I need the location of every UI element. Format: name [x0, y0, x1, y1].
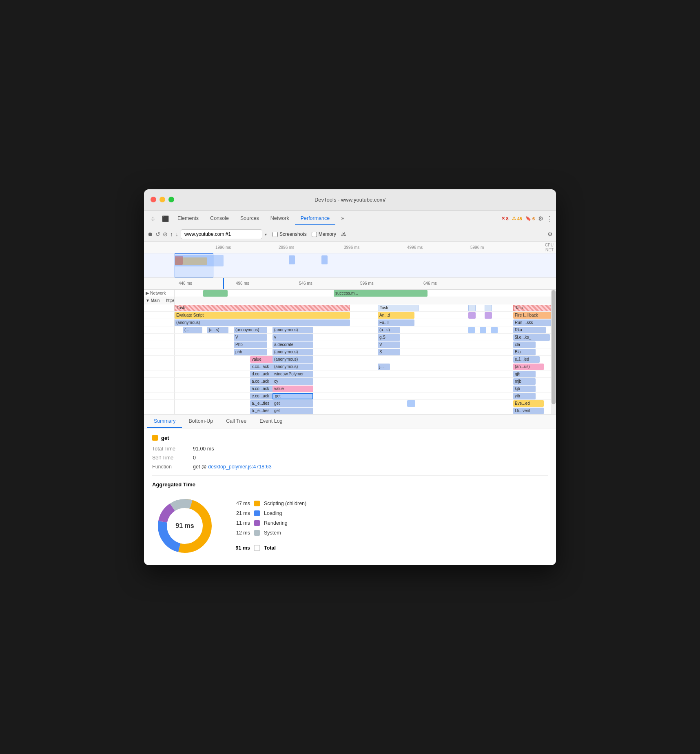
evaluate-bar-1[interactable]: Evaluate Script — [175, 312, 350, 319]
screenshots-checkbox[interactable] — [272, 232, 278, 237]
timeline-overview[interactable] — [144, 253, 556, 278]
deep-bar-12a[interactable]: b._e...ties — [250, 408, 274, 414]
device-icon[interactable]: ⬛ — [159, 213, 171, 224]
task-bar-2[interactable]: Task — [378, 305, 419, 311]
tab-sources[interactable]: Sources — [235, 212, 265, 225]
deep-bar-10c[interactable]: yib — [513, 393, 536, 399]
url-input[interactable] — [181, 229, 262, 239]
deep-bar-7c[interactable]: qjb — [513, 371, 536, 377]
tab-elements[interactable]: Elements — [172, 212, 204, 225]
upload-icon[interactable]: ↑ — [170, 231, 173, 237]
tab-more[interactable]: » — [335, 212, 350, 225]
window-controls[interactable] — [151, 197, 174, 202]
deep-bar-2c[interactable]: g.S — [378, 334, 400, 341]
evaluate-label — [144, 312, 175, 319]
task-bar-3[interactable] — [468, 305, 476, 311]
deep-bar-8b[interactable]: cy — [272, 378, 313, 385]
deep-bar-12c[interactable]: f.fi...vent — [513, 408, 544, 414]
deep-bar-1c[interactable]: (anonymous) — [234, 327, 267, 333]
tab-console[interactable]: Console — [204, 212, 235, 225]
deep-bar-3c[interactable]: V — [378, 342, 400, 348]
deep-bar-3a[interactable]: Phb — [234, 342, 267, 348]
deep-bar-10a[interactable]: e.co...ack — [250, 393, 274, 399]
capture-settings-icon[interactable]: ⚙ — [547, 231, 553, 237]
tab-event-log[interactable]: Event Log — [253, 415, 289, 428]
settings-icon[interactable]: ⚙ — [538, 215, 543, 222]
deep-bar-4c[interactable]: S — [378, 349, 400, 355]
scrollbar-thumb[interactable] — [552, 290, 556, 404]
tab-bottom-up[interactable]: Bottom-Up — [182, 415, 219, 428]
deep-bar-7b[interactable]: window.Polymer — [272, 371, 313, 377]
deep-bar-8a[interactable]: a.co...ack — [250, 378, 274, 385]
deep-bar-11b[interactable]: get — [272, 400, 313, 407]
anon-bar-1[interactable]: (anonymous) — [175, 319, 350, 326]
deep-bar-1a[interactable]: (... — [183, 327, 202, 333]
evaluate-bar-2[interactable]: An...d — [378, 312, 414, 319]
deep-bar-1f[interactable] — [468, 327, 475, 333]
deep-bar-10b-selected[interactable]: get — [272, 393, 313, 399]
deep-bar-6a[interactable]: x.co...ack — [250, 364, 274, 370]
deep-bar-3d[interactable]: xla — [513, 342, 536, 348]
scrubber[interactable]: 446 ms 496 ms 546 ms 596 ms 646 ms — [144, 278, 556, 289]
more-icon[interactable]: ⋮ — [547, 215, 553, 222]
deep-bar-5c[interactable]: e.J...led — [513, 356, 540, 363]
deep-bar-5b[interactable]: (anonymous) — [272, 356, 313, 363]
network-bar-success[interactable]: success.m... — [334, 290, 428, 297]
deep-bar-4b[interactable]: (anonymous) — [272, 349, 313, 355]
network-bar-1[interactable] — [203, 290, 228, 297]
memory-checkbox[interactable] — [312, 232, 317, 237]
maximize-button[interactable] — [168, 197, 174, 202]
deep-bar-1h[interactable] — [491, 327, 498, 333]
inspect-icon[interactable]: ⊹ — [147, 213, 159, 224]
tab-performance[interactable]: Performance — [295, 212, 336, 225]
deep-bar-12b[interactable]: get — [272, 408, 313, 414]
record-icon[interactable]: ⏺ — [147, 231, 153, 237]
deep-bar-9c[interactable]: kjb — [513, 386, 536, 392]
evaluate-bar-5[interactable]: Fire I...llback — [513, 312, 556, 319]
deep-bar-11a[interactable]: a._e...ties — [250, 400, 274, 407]
deep-bar-2d[interactable]: $i.e...ks_ — [513, 334, 550, 341]
anon-bar-3[interactable]: Run ...sks — [513, 319, 556, 326]
deep-bar-1i[interactable]: Rka — [513, 327, 546, 333]
deep-bar-3b[interactable]: a.decorate — [272, 342, 313, 348]
task-bar-5[interactable]: Task — [513, 305, 556, 311]
deep-bar-6b[interactable]: (anonymous) — [272, 364, 313, 370]
tab-call-tree[interactable]: Call Tree — [219, 415, 253, 428]
url-dropdown-icon[interactable]: ▾ — [265, 232, 267, 237]
deep-bar-1e[interactable]: (a...s) — [378, 327, 400, 333]
function-link[interactable]: desktop_polymer.js:4718:63 — [208, 464, 272, 470]
task-bar-4[interactable] — [485, 305, 492, 311]
deep-bar-4a[interactable]: phb — [234, 349, 267, 355]
deep-bar-11d[interactable]: Eve...ed — [513, 400, 544, 407]
tab-summary[interactable]: Summary — [147, 415, 182, 428]
scrollbar-track[interactable] — [551, 290, 556, 415]
memory-icon[interactable]: 🖧 — [341, 231, 347, 237]
minimize-button[interactable] — [159, 197, 165, 202]
anon-bar-2[interactable]: Fu...ll — [378, 319, 414, 326]
task-bar-1[interactable]: Task — [175, 305, 350, 311]
clear-icon[interactable]: ⊘ — [163, 231, 168, 237]
deep-bar-2b[interactable]: v — [272, 334, 313, 341]
tab-network[interactable]: Network — [265, 212, 295, 225]
deep-bar-6d[interactable]: (an...us) — [513, 364, 544, 370]
deep-bar-7a[interactable]: d.co...ack — [250, 371, 274, 377]
deep-bar-5a[interactable]: value — [250, 356, 274, 363]
deep-bar-6c[interactable]: j... — [378, 364, 390, 370]
deep-bar-9a[interactable]: a.co...ack — [250, 386, 274, 392]
deep-bar-2a[interactable]: V — [234, 334, 267, 341]
evaluate-bar-4[interactable] — [485, 312, 492, 319]
deep-bar-1d[interactable]: (anonymous) — [272, 327, 313, 333]
evaluate-bar-3[interactable] — [468, 312, 476, 319]
deep-bar-11c[interactable] — [407, 400, 415, 407]
close-button[interactable] — [151, 197, 156, 202]
deep-bar-4d[interactable]: Bla — [513, 349, 536, 355]
deep-bar-1b[interactable]: (a...s) — [207, 327, 228, 333]
deep-bar-8c[interactable]: mjb — [513, 378, 536, 385]
function-name: get — [161, 435, 169, 441]
download-icon[interactable]: ↓ — [175, 231, 178, 237]
screenshots-checkbox-label[interactable]: Screenshots — [272, 231, 307, 237]
deep-bar-1g[interactable] — [480, 327, 486, 333]
reload-icon[interactable]: ↺ — [155, 231, 160, 237]
memory-checkbox-label[interactable]: Memory — [312, 231, 336, 237]
deep-bar-9b[interactable]: value — [272, 386, 313, 392]
